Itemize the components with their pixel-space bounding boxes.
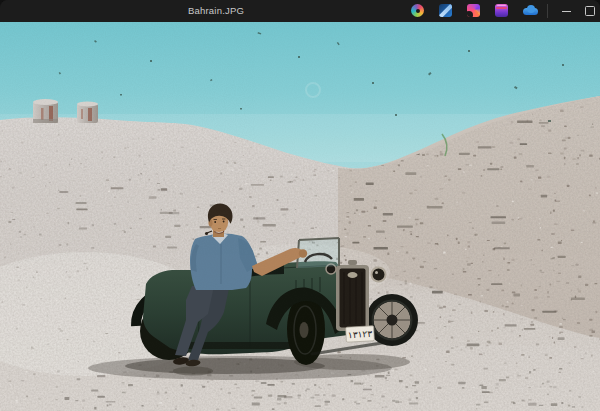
photos-app-window: Bahrain.JPG [0,0,600,411]
edit-image-icon[interactable] [439,4,452,17]
onedrive-icon[interactable] [523,4,539,17]
photos-app-icon[interactable] [411,4,424,17]
minimize-icon [562,11,571,12]
minimize-button[interactable] [554,0,578,22]
clipchamp-icon[interactable] [467,4,480,17]
titlebar-icons [411,4,554,17]
maximize-icon [585,6,595,16]
designer-icon[interactable] [495,4,508,17]
photo-viewer: ١٣١٢٣ [0,22,600,411]
window-title: Bahrain.JPG [188,5,244,16]
maximize-button[interactable] [578,0,600,22]
photo-bahrain: ١٣١٢٣ [0,22,600,411]
titlebar: Bahrain.JPG [0,0,600,22]
titlebar-separator [547,4,548,18]
